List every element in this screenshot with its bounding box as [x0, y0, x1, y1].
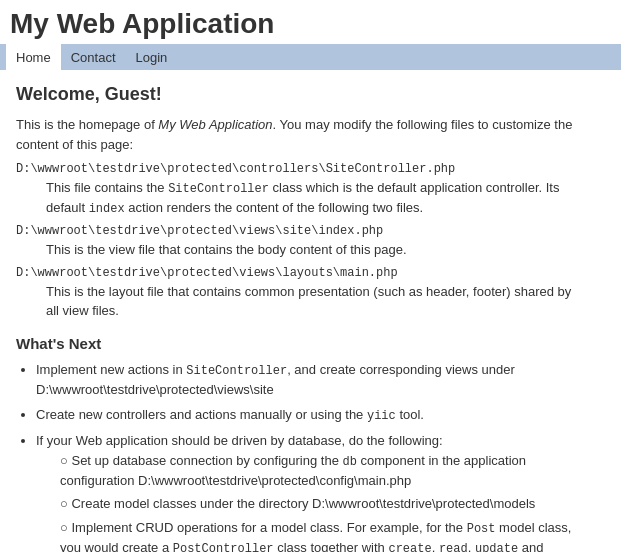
list-item-2: Create new controllers and actions manua…	[36, 405, 584, 425]
nav-contact[interactable]: Contact	[61, 44, 126, 70]
list-item-3: If your Web application should be driven…	[36, 431, 584, 552]
sub-item-2: Create model classes under the directory…	[56, 494, 584, 514]
code-sitecontroller: SiteController	[168, 182, 269, 196]
code-read: read	[439, 542, 468, 553]
file-path-2: D:\wwwroot\testdrive\protected\views\sit…	[16, 224, 584, 238]
file-desc-1: This file contains the SiteController cl…	[46, 178, 584, 218]
file-desc-3: This is the layout file that contains co…	[46, 282, 584, 321]
sub-item-3: Implement CRUD operations for a model cl…	[56, 518, 584, 553]
app-name-italic: My Web Application	[158, 117, 272, 132]
nav-home[interactable]: Home	[6, 44, 61, 70]
nav-bar: Home Contact Login	[0, 44, 621, 70]
code-crud: create	[388, 542, 431, 553]
code-update: update	[475, 542, 518, 553]
intro-paragraph: This is the homepage of My Web Applicati…	[16, 115, 584, 154]
code-post: Post	[467, 522, 496, 536]
code-index: index	[89, 202, 125, 216]
code-yiic: yiic	[367, 409, 396, 423]
whats-next-list: Implement new actions in SiteController,…	[36, 360, 584, 553]
welcome-heading: Welcome, Guest!	[16, 84, 584, 105]
sub-item-1: Set up database connection by configurin…	[56, 451, 584, 491]
sub-list: Set up database connection by configurin…	[56, 451, 584, 553]
code-postcontroller: PostController	[173, 542, 274, 553]
file-path-3: D:\wwwroot\testdrive\protected\views\lay…	[16, 266, 584, 280]
app-title: My Web Application	[0, 0, 621, 44]
code-db: db	[343, 455, 357, 469]
nav-login[interactable]: Login	[126, 44, 178, 70]
files-section: D:\wwwroot\testdrive\protected\controlle…	[16, 162, 584, 321]
whats-next-heading: What's Next	[16, 335, 584, 352]
main-content: Welcome, Guest! This is the homepage of …	[0, 70, 600, 552]
code-sc: SiteController	[186, 364, 287, 378]
list-item-1: Implement new actions in SiteController,…	[36, 360, 584, 400]
file-desc-2: This is the view file that contains the …	[46, 240, 584, 260]
file-path-1: D:\wwwroot\testdrive\protected\controlle…	[16, 162, 584, 176]
